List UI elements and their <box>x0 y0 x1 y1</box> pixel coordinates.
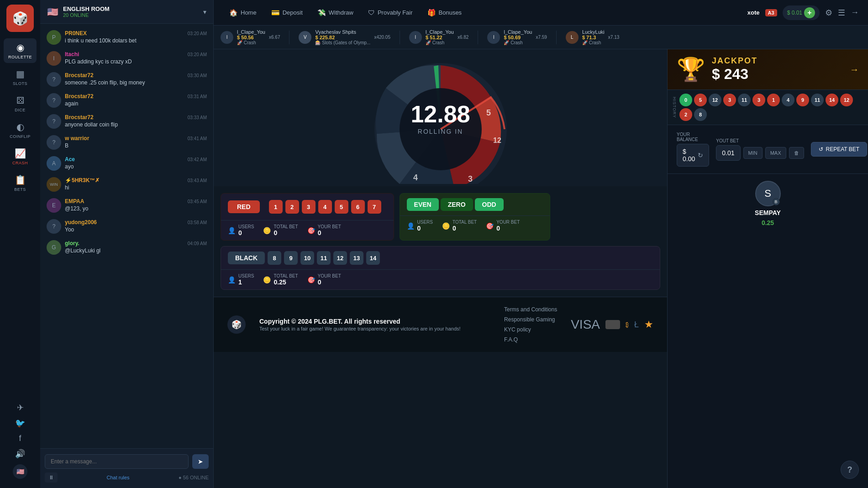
jackpot-arrow-icon[interactable]: → <box>850 64 859 75</box>
flag-icon[interactable]: 🇺🇸 <box>13 464 27 479</box>
bet-number-12[interactable]: 12 <box>333 251 347 265</box>
bet-number-11[interactable]: 11 <box>317 251 331 265</box>
bet-number-3[interactable]: 3 <box>302 200 316 214</box>
sidebar-item-dice[interactable]: ⚄ DICE <box>4 91 37 116</box>
nav-home[interactable]: 🏠 Home <box>223 5 263 21</box>
max-bet-button[interactable]: MAX <box>765 147 786 159</box>
bet-number-9[interactable]: 9 <box>284 251 298 265</box>
total-bet-stat: 🪙 TOTAL BET 0.25 <box>263 273 298 286</box>
chat-time: 03:20 AM <box>188 52 207 57</box>
win-multiplier: x6.82 <box>458 35 468 40</box>
chat-message: ? w warrior 03:41 AM B <box>45 132 209 152</box>
telegram-icon[interactable]: ✈ <box>17 403 24 413</box>
win-amount: $ 50.56 <box>237 35 265 40</box>
history-balls: 0 5 12 3 11 3 1 4 9 11 14 12 2 8 <box>679 94 863 121</box>
logout-icon[interactable]: → <box>851 8 859 17</box>
avatar: ? <box>47 114 61 129</box>
bet-number-8[interactable]: 8 <box>268 251 281 265</box>
chat-input-area: ➤ ⏸ Chat rules ● 56 ONLINE <box>40 448 213 488</box>
footer-faq-link[interactable]: F.A.Q <box>504 336 557 343</box>
red-bet-footer: 👤 USERS 0 🪙 TOTAL BET 0 <box>221 220 394 240</box>
your-bet-stat: 🎯 YOUR BET 0 <box>307 273 341 286</box>
coinflip-icon: ◐ <box>16 121 24 132</box>
footer-responsible-link[interactable]: Responsible Gaming <box>504 316 557 323</box>
chat-pause-button[interactable]: ⏸ <box>45 472 58 483</box>
chat-input[interactable] <box>45 454 189 469</box>
player-name: SEMPAY <box>755 209 781 216</box>
sidebar-item-coinflip[interactable]: ◐ COINFLIP <box>4 118 37 142</box>
bet-number-1[interactable]: 1 <box>269 200 283 214</box>
bet-number-6[interactable]: 6 <box>351 200 365 214</box>
bet-number-10[interactable]: 10 <box>300 251 314 265</box>
nav-provably-fair[interactable]: 🛡 Provably Fair <box>362 5 419 20</box>
level-badge: A3 <box>765 9 777 16</box>
bet-input: 0.01 <box>716 145 740 161</box>
nav-bonuses[interactable]: 🎁 Bonuses <box>421 5 468 21</box>
chat-message: E EMPAA 03:45 AM @123, yo <box>45 195 209 215</box>
footer-kyc-link[interactable]: KYC policy <box>504 326 557 333</box>
sidebar-item-slots[interactable]: ▦ SLOTS <box>4 65 37 89</box>
bet-number-2[interactable]: 2 <box>285 200 299 214</box>
chat-rules-link[interactable]: Chat rules <box>106 475 129 480</box>
add-funds-button[interactable]: + <box>804 7 815 18</box>
even-zero-odd-header: EVEN ZERO ODD <box>400 194 550 215</box>
chat-message: WIN ⚡5HR3K™✗ 03:43 AM hi <box>45 174 209 194</box>
sidebar: 🎲 ◉ ROULETTE ▦ SLOTS ⚄ DICE ◐ COINFLIP 📈… <box>0 0 40 488</box>
nav-withdraw[interactable]: 💸 Withdraw <box>311 5 360 21</box>
speaker-icon[interactable]: 🔊 <box>15 449 25 459</box>
zero-label[interactable]: ZERO <box>441 198 473 211</box>
chat-text: @LuckyLuki gl <box>65 247 207 254</box>
sidebar-item-roulette[interactable]: ◉ ROULETTE <box>4 38 37 63</box>
chat-dropdown[interactable]: ▾ <box>203 8 206 16</box>
even-label[interactable]: EVEN <box>407 198 439 211</box>
bet-number-4[interactable]: 4 <box>318 200 332 214</box>
red-label[interactable]: RED <box>228 200 260 213</box>
facebook-icon[interactable]: f <box>19 434 21 443</box>
avatar: l <box>221 31 233 44</box>
menu-icon[interactable]: ☰ <box>838 8 845 18</box>
settings-icon[interactable]: ⚙ <box>825 8 832 18</box>
balance-display: $ 0.00 ↻ <box>677 144 709 167</box>
chat-text: anyone dollar coin flip <box>65 121 207 128</box>
repeat-icon: ↺ <box>819 146 823 152</box>
chat-time: 03:31 AM <box>188 94 207 99</box>
sidebar-item-bets[interactable]: 📋 BETS <box>4 171 37 195</box>
player-avatar: S B <box>755 181 781 206</box>
bet-number-13[interactable]: 13 <box>350 251 363 265</box>
bet-number-5[interactable]: 5 <box>335 200 348 214</box>
avatar: l <box>409 31 422 44</box>
star-icon: ★ <box>644 319 653 331</box>
footer-terms-link[interactable]: Terms and Conditions <box>504 306 557 313</box>
chat-message: G glory. 04:09 AM @LuckyLuki gl <box>45 237 209 257</box>
black-label[interactable]: BLACK <box>228 252 265 264</box>
history-ball: 12 <box>840 94 853 106</box>
win-game: 🚀 Crash <box>504 40 532 45</box>
avatar: V <box>299 31 311 44</box>
odd-label[interactable]: ODD <box>475 198 504 211</box>
chat-send-button[interactable]: ➤ <box>192 454 209 469</box>
shield-icon: 🛡 <box>368 9 375 16</box>
bet-number-7[interactable]: 7 <box>368 200 381 214</box>
refresh-icon[interactable]: ↻ <box>698 152 703 159</box>
chat-header: 🇺🇸 ENGLISH ROOM 20 ONLINE ▾ <box>40 0 213 24</box>
separator <box>478 31 478 44</box>
nav-deposit[interactable]: 💳 Deposit <box>265 5 309 21</box>
list-item: S B SEMPAY 0.25 <box>755 181 781 226</box>
clear-bet-button[interactable]: 🗑 <box>789 147 804 159</box>
card-icon <box>605 320 620 329</box>
win-multiplier: x7.59 <box>536 35 547 40</box>
bet-number-14[interactable]: 14 <box>366 251 380 265</box>
win-username: l_Clape_You <box>504 29 532 35</box>
repeat-bet-button[interactable]: ↺ REPEAT BET <box>811 142 868 157</box>
chat-text: hi <box>65 184 207 191</box>
help-button[interactable]: ? <box>841 461 859 479</box>
sidebar-item-crash[interactable]: 📈 CRASH <box>4 144 37 169</box>
svg-text:4: 4 <box>413 173 418 182</box>
chat-message: I Itachi 03:20 AM PLG adding kyc is craz… <box>45 48 209 68</box>
avatar: L <box>566 31 579 44</box>
history-ball: 4 <box>782 94 794 106</box>
twitter-icon[interactable]: 🐦 <box>15 418 25 428</box>
min-bet-button[interactable]: MIN <box>743 147 763 159</box>
app-logo: 🎲 <box>6 5 34 32</box>
chat-time: 04:09 AM <box>188 241 207 246</box>
